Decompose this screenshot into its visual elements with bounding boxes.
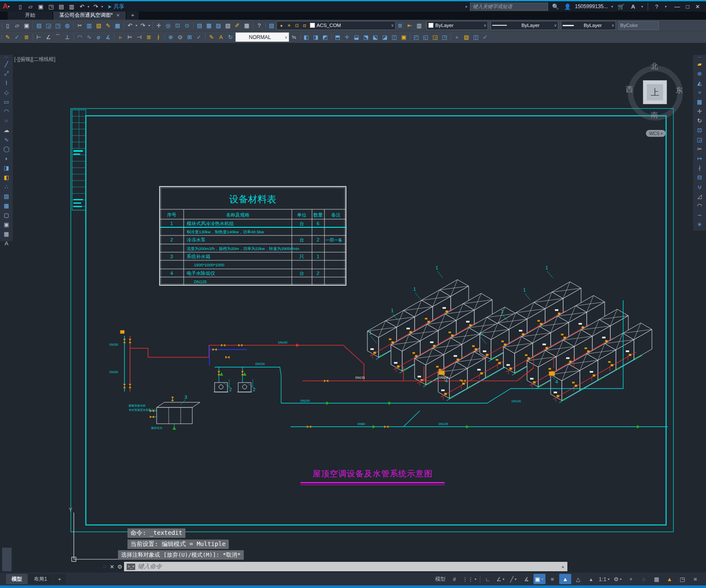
point-icon[interactable]: ∴: [1, 182, 12, 191]
workspace-gear-icon[interactable]: ⚙▾: [612, 574, 624, 584]
extend-icon[interactable]: ↦: [694, 154, 705, 163]
autocad-logo[interactable]: A▾: [3, 2, 14, 11]
viewcube[interactable]: 北 西 东 南 上: [627, 62, 683, 124]
annotation-monitor-icon[interactable]: ▲: [664, 574, 676, 584]
command-grip[interactable]: ∷: [103, 564, 105, 569]
open-icon[interactable]: ▱: [26, 2, 35, 11]
customization-menu-icon[interactable]: ≡: [689, 574, 701, 584]
viewcube-top-face[interactable]: 上: [643, 80, 667, 104]
grid-icon[interactable]: #: [448, 574, 461, 584]
toolbar-grip[interactable]: ┄┄: [4, 56, 9, 59]
fullscreen-icon[interactable]: ◳: [676, 574, 688, 584]
insert-block-icon[interactable]: ◨: [1, 163, 12, 172]
osnap-icon[interactable]: ▣▾: [533, 574, 545, 584]
account-caret-icon[interactable]: ▾: [610, 5, 614, 9]
image-icon[interactable]: ▣: [1, 220, 12, 229]
trim-icon[interactable]: ✂: [694, 144, 705, 154]
new-icon[interactable]: ▯: [15, 2, 25, 11]
scale-icon[interactable]: ⊡: [694, 125, 705, 135]
redo-icon-caret[interactable]: ▾: [100, 5, 104, 9]
graphics-performance-icon[interactable]: ▦: [651, 574, 663, 584]
region-icon[interactable]: ▢: [1, 210, 12, 220]
offset-icon[interactable]: ≈: [694, 87, 705, 97]
close-button[interactable]: ✕: [695, 3, 700, 10]
circle-icon[interactable]: ○: [1, 116, 12, 125]
command-input[interactable]: >_▾ 键入命令 ▲: [124, 562, 567, 571]
help-caret-icon[interactable]: ▾: [664, 5, 667, 9]
plus-icon[interactable]: ＋: [625, 574, 637, 584]
viewcube-north[interactable]: 北: [651, 61, 658, 71]
rotate-icon[interactable]: ↻: [694, 116, 705, 125]
saveas-icon[interactable]: ◳: [46, 2, 56, 11]
annotation-scale-button[interactable]: 1:1▾: [598, 574, 611, 584]
break-point-icon[interactable]: ∤: [694, 163, 705, 172]
blend-icon[interactable]: ∼: [694, 210, 705, 220]
explode-icon[interactable]: ✳: [694, 220, 705, 229]
stretch-icon[interactable]: ◲: [694, 135, 705, 144]
undo-icon[interactable]: ↶: [77, 2, 87, 11]
viewcube-west[interactable]: 西: [626, 84, 633, 94]
redo-icon[interactable]: ↷: [91, 2, 100, 11]
app-store-cart-icon[interactable]: 🛒: [616, 2, 626, 11]
a-caret-icon[interactable]: ▾: [640, 5, 644, 9]
isodraft-icon[interactable]: ╱▾: [508, 574, 520, 584]
toolbar-grip[interactable]: ┄┄: [697, 56, 702, 59]
new-layout-button[interactable]: ＋: [54, 574, 66, 584]
share-button[interactable]: ➤ 共享: [107, 3, 124, 10]
mtext-icon[interactable]: A: [1, 238, 12, 248]
undo-icon-caret[interactable]: ▾: [87, 5, 90, 9]
model-tab[interactable]: 模型: [6, 574, 27, 584]
search-input[interactable]: 键入关键字或短语: [470, 3, 548, 11]
move-icon[interactable]: ✛: [694, 106, 705, 116]
infocenter-expand-icon[interactable]: ▸: [466, 4, 468, 9]
polar-icon[interactable]: ∠▾: [495, 574, 507, 584]
annotation-scale-icon[interactable]: ▴: [585, 574, 597, 584]
mirror-icon[interactable]: ◭: [694, 78, 705, 87]
join-icon[interactable]: ∪: [694, 182, 705, 191]
user-icon[interactable]: 👤: [563, 2, 572, 11]
save-icon[interactable]: ▣: [36, 2, 45, 11]
account-name[interactable]: 1505999135...: [575, 3, 608, 9]
isolate-objects-icon[interactable]: ◌: [638, 574, 650, 584]
polyline-icon[interactable]: ⌇: [1, 78, 12, 87]
drawing-svg[interactable]: 设备材料表序号名称及规格单位数量备注1模块式风冷冷热水机组台6制冷量130kw，…: [0, 0, 706, 588]
lineweight-icon[interactable]: ≡: [546, 574, 558, 584]
chamfer-icon[interactable]: ◿: [694, 191, 705, 201]
viewcube-east[interactable]: 东: [676, 85, 683, 95]
xline-icon[interactable]: ⤢: [1, 69, 12, 78]
rectangle-icon[interactable]: ▭: [1, 97, 12, 106]
ellipse-arc-icon[interactable]: ◗: [1, 154, 12, 163]
make-block-icon[interactable]: ◧: [1, 172, 12, 182]
search-icon[interactable]: 🔍: [551, 2, 560, 11]
snap-icon[interactable]: ⋮⋮▾: [461, 574, 478, 584]
table-icon[interactable]: ▦: [1, 229, 12, 238]
command-close-icon[interactable]: ✕: [109, 564, 114, 570]
gradient-icon[interactable]: ▩: [1, 201, 12, 210]
annotation-autoscale-icon[interactable]: △: [572, 574, 584, 584]
annotation-visibility-icon[interactable]: ▲: [559, 574, 571, 584]
plot-icon[interactable]: ▤: [57, 2, 66, 11]
command-wrench-icon[interactable]: ⚙: [117, 564, 122, 570]
viewcube-south[interactable]: 南: [651, 110, 658, 120]
erase-icon[interactable]: ▰: [694, 59, 705, 69]
print-icon[interactable]: ▥: [67, 2, 76, 11]
line-icon[interactable]: ╱: [1, 59, 12, 69]
layout1-tab[interactable]: 布局1: [28, 574, 53, 584]
fillet-icon[interactable]: ◠: [694, 201, 705, 210]
revcloud-icon[interactable]: ☁: [1, 125, 12, 135]
arc-icon[interactable]: ◠: [1, 106, 12, 116]
command-scroll-up-icon[interactable]: ▲: [561, 564, 565, 569]
break-icon[interactable]: ⊟: [694, 172, 705, 182]
spline-icon[interactable]: ∿: [1, 135, 12, 144]
array-icon[interactable]: ▦: [694, 97, 705, 106]
copy-icon[interactable]: ⊚: [694, 69, 705, 78]
hatch-icon[interactable]: ▨: [1, 191, 12, 201]
polygon-icon[interactable]: ◇: [1, 87, 12, 97]
ortho-icon[interactable]: ∟: [482, 574, 494, 584]
minimize-button[interactable]: —: [674, 3, 680, 10]
command-prompt-icon[interactable]: >_▾: [127, 564, 135, 570]
help-icon[interactable]: ?: [652, 2, 661, 11]
autodesk-a-icon[interactable]: A: [628, 2, 638, 11]
maximize-button[interactable]: □: [686, 3, 689, 10]
wcs-selector[interactable]: WCS▾: [646, 130, 666, 137]
